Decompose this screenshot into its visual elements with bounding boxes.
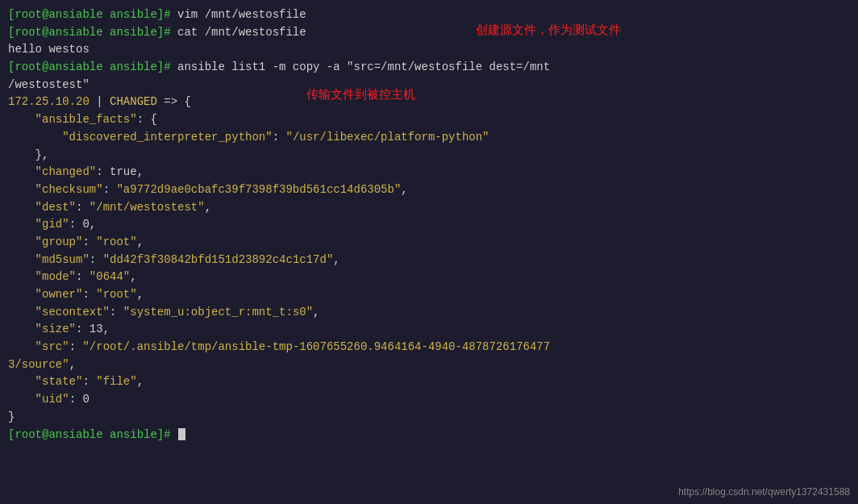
terminal-line-11: "dest": "/mnt/westostest", [8, 199, 850, 217]
terminal-line-22: } [8, 409, 850, 427]
terminal-line-6: "ansible_facts": { [8, 111, 850, 129]
pipe-5: | [90, 95, 110, 108]
cmd-23 [171, 428, 177, 441]
json-9: "changed": true, [8, 165, 144, 178]
terminal-line-15: "mode": "0644", [8, 269, 850, 286]
changed-5: CHANGED [110, 95, 157, 108]
terminal-line-18: "size": 13, [8, 321, 850, 339]
json-20: "state": "file", [8, 375, 144, 388]
json-8: }, [8, 148, 48, 161]
annotation-create-file: 创建源文件，作为测试文件 [476, 23, 621, 38]
json-12: "gid": 0, [8, 218, 96, 231]
prompt-1: [root@ansiable ansible]# [8, 8, 171, 21]
json-7: "discovered_interpreter_python": "/usr/l… [8, 131, 489, 144]
output-4b: /westostest" [8, 78, 90, 91]
json-18: "size": 13, [8, 323, 110, 335]
terminal-line-1: [root@ansiable ansible]# vim /mnt/westos… [8, 6, 850, 24]
terminal-line-9: "changed": true, [8, 164, 850, 181]
terminal-line-2: [root@ansiable ansible]# cat /mnt/westos… [8, 24, 850, 42]
json-17: "secontext": "system_u:object_r:mnt_t:s0… [8, 306, 320, 319]
cmd-1: vim /mnt/westosfile [171, 8, 306, 21]
terminal-line-4: [root@ansiable ansible]# ansible list1 -… [8, 59, 850, 77]
json-10: "checksum": "a9772d9ae0cbafc39f7398f39bd… [8, 183, 408, 196]
cursor [178, 428, 185, 440]
json-21: "uid": 0 [8, 393, 90, 406]
terminal-line-3: hello westos [8, 41, 850, 59]
json-22: } [8, 410, 15, 423]
terminal-line-17: "secontext": "system_u:object_r:mnt_t:s0… [8, 304, 850, 322]
terminal-line-23: [root@ansiable ansible]# [8, 427, 850, 444]
prompt-2: [root@ansiable ansible]# [8, 26, 171, 39]
terminal-line-19b: 3/source", [8, 356, 850, 374]
terminal: [root@ansiable ansible]# vim /mnt/westos… [0, 0, 858, 504]
terminal-line-13: "group": "root", [8, 234, 850, 252]
json-13: "group": "root", [8, 235, 144, 248]
terminal-line-14: "md5sum": "dd42f3f30842bfd151d23892c4c1c… [8, 252, 850, 269]
annotation-transfer-file: 传输文件到被控主机 [306, 87, 415, 102]
terminal-line-16: "owner": "root", [8, 286, 850, 304]
terminal-line-12: "gid": 0, [8, 216, 850, 234]
terminal-line-19: "src": "/root/.ansible/tmp/ansible-tmp-1… [8, 339, 850, 356]
json-19: "src": "/root/.ansible/tmp/ansible-tmp-1… [8, 340, 550, 353]
cmd-4: ansible list1 -m copy -a "src=/mnt/westo… [171, 60, 550, 73]
prompt-4: [root@ansiable ansible]# [8, 60, 171, 73]
json-14: "md5sum": "dd42f3f30842bfd151d23892c4c1c… [8, 253, 340, 266]
ip-5: 172.25.10.20 [8, 95, 90, 108]
arrow-5: => { [157, 95, 191, 108]
output-3: hello westos [8, 43, 90, 56]
json-15: "mode": "0644", [8, 270, 137, 283]
terminal-line-8: }, [8, 147, 850, 165]
json-11: "dest": "/mnt/westostest", [8, 201, 211, 214]
json-16: "owner": "root", [8, 288, 144, 301]
terminal-line-5: 172.25.10.20 | CHANGED => { [8, 94, 850, 111]
cmd-2: cat /mnt/westosfile [171, 26, 306, 39]
terminal-line-20: "state": "file", [8, 373, 850, 391]
terminal-line-7: "discovered_interpreter_python": "/usr/l… [8, 129, 850, 147]
json-19b: 3/source" [8, 358, 69, 371]
watermark: https://blog.csdn.net/qwerty1372431588 [678, 486, 850, 498]
json-6: "ansible_facts": { [8, 113, 157, 126]
prompt-23: [root@ansiable ansible]# [8, 428, 171, 441]
terminal-line-10: "checksum": "a9772d9ae0cbafc39f7398f39bd… [8, 181, 850, 199]
terminal-line-21: "uid": 0 [8, 391, 850, 409]
terminal-line-4b: /westostest" [8, 77, 850, 94]
